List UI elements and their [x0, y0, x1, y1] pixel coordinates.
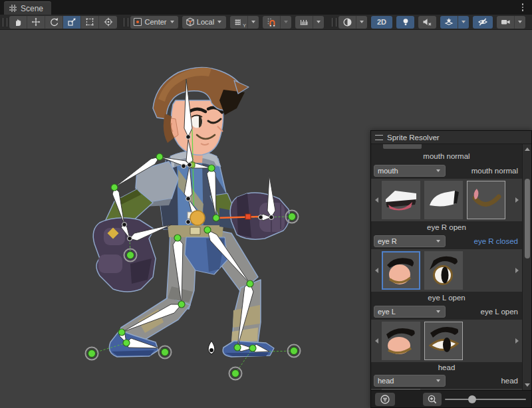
mouth-current-label: mouth normal: [471, 167, 518, 175]
eye-r-open-sprite: [424, 251, 463, 290]
section-header-mouth: mouth normal: [371, 150, 531, 163]
increment-snap-group: [295, 16, 324, 29]
scroll-left-arrow[interactable]: [371, 179, 382, 221]
move-tool-button[interactable]: [27, 16, 45, 29]
shading-mode-button[interactable]: [338, 16, 356, 29]
effects-layers-icon: [444, 17, 454, 27]
rotation-mode-dropdown[interactable]: Local: [182, 16, 226, 29]
pivot-mode-dropdown[interactable]: Center: [130, 16, 178, 29]
effects-group: [440, 16, 469, 29]
scene-visibility-button[interactable]: [473, 16, 493, 29]
increment-snap-button[interactable]: [295, 16, 313, 29]
grid-options-arrow[interactable]: [248, 16, 259, 29]
zoom-button[interactable]: [423, 393, 442, 406]
pivot-caret-icon: [170, 21, 174, 23]
mouth-category-dropdown[interactable]: mouth: [374, 165, 446, 177]
transform-icon: [104, 17, 113, 27]
shading-group: [338, 16, 367, 29]
rotate-tool-button[interactable]: [45, 16, 63, 29]
thumb-eye-r-open[interactable]: [424, 251, 463, 290]
toolbar-drag-handle-2[interactable]: [124, 18, 128, 27]
mode-2d-button[interactable]: 2D: [371, 16, 392, 29]
panel-scrollbar[interactable]: [522, 144, 531, 390]
ik-target: [86, 348, 98, 360]
dropdown-caret-icon: [436, 310, 440, 313]
snap-toggle-button[interactable]: [263, 16, 281, 29]
teardrop-gizmo[interactable]: [208, 341, 215, 354]
section-header-head: head: [371, 362, 531, 373]
ik-target: [159, 346, 172, 359]
clipped-dropdown[interactable]: [383, 144, 422, 149]
rect-tool-button[interactable]: [81, 16, 99, 29]
scene-toolbar: Center Local Y: [0, 15, 532, 30]
scroll-right-arrow[interactable]: [511, 320, 522, 362]
scroll-left-arrow[interactable]: [371, 249, 382, 292]
thumb-mouth-smile[interactable]: [467, 181, 505, 219]
panel-content: mouth normal mouth mouth normal: [371, 144, 531, 390]
snap-group: [263, 16, 291, 29]
scale-icon: [67, 17, 76, 27]
hip-pivot-circle[interactable]: [190, 211, 205, 225]
dropdown-caret-icon: [436, 240, 440, 243]
effects-arrow[interactable]: [458, 16, 469, 29]
rotate-icon: [49, 17, 59, 27]
transform-tool-button[interactable]: [99, 16, 117, 29]
camera-settings-arrow[interactable]: [515, 16, 525, 29]
scrollbar-thumb[interactable]: [525, 179, 530, 258]
eye-r-category-row: eye R eye R closed: [371, 233, 531, 249]
hand-icon: [13, 17, 23, 27]
shading-mode-arrow[interactable]: [356, 16, 367, 29]
view-tool-button[interactable]: [9, 16, 27, 29]
thumb-eye-r-closed[interactable]: [382, 251, 420, 290]
transform-tools-group: [9, 16, 117, 29]
slider-knob[interactable]: [468, 395, 476, 403]
magnifier-plus-icon: [427, 394, 438, 405]
bone-length-handle[interactable]: [245, 214, 251, 219]
mouth-closed-sprite: [424, 181, 463, 219]
thumb-mouth-closed[interactable]: [424, 181, 463, 219]
increment-snap-arrow[interactable]: [313, 16, 324, 29]
dropdown-caret-icon: [436, 379, 440, 382]
eye-l-thumbnail-strip: [371, 320, 531, 362]
eye-r-closed-sprite: [382, 251, 420, 290]
eye-r-current-label[interactable]: eye R closed: [474, 237, 518, 245]
panel-header[interactable]: Sprite Resolver: [371, 131, 531, 144]
eye-l-category-dropdown[interactable]: eye L: [374, 306, 446, 318]
filter-icon: [380, 394, 390, 405]
video-camera-icon: [501, 17, 511, 27]
tab-scene-label: Scene: [21, 4, 43, 13]
rect-icon: [85, 17, 94, 27]
scale-tool-button[interactable]: [63, 16, 81, 29]
pivot-mode-label: Center: [144, 18, 166, 26]
thumb-mouth-open[interactable]: [382, 181, 420, 219]
panel-menu-icon[interactable]: [375, 135, 383, 140]
grid-visibility-button[interactable]: Y: [230, 16, 248, 29]
filter-button[interactable]: [375, 393, 395, 406]
camera-settings-button[interactable]: [497, 16, 515, 29]
scroll-right-arrow[interactable]: [511, 249, 522, 292]
toolbar-drag-handle[interactable]: [3, 18, 7, 27]
scroll-right-arrow[interactable]: [511, 179, 522, 221]
audio-mute-button[interactable]: [418, 16, 436, 29]
scrollbar-down-arrow[interactable]: [525, 383, 530, 387]
tab-scene[interactable]: Scene: [4, 1, 51, 15]
character-head: [153, 67, 249, 163]
thumbnail-zoom-slider[interactable]: [445, 399, 526, 400]
section-header-eye-r: eye R open: [371, 221, 531, 233]
eye-l-category-row: eye L eye L open: [371, 304, 531, 320]
panel-footer: [371, 390, 531, 407]
thumb-eye-l-closed[interactable]: [382, 322, 420, 360]
rotation-mode-label: Local: [197, 18, 214, 26]
eye-r-category-dropdown[interactable]: eye R: [374, 235, 446, 247]
effects-button[interactable]: [440, 16, 458, 29]
eye-r-thumbnail-strip: [371, 249, 531, 292]
snap-options-arrow[interactable]: [281, 16, 291, 29]
camera-group: [497, 16, 525, 29]
scene-lighting-button[interactable]: [396, 16, 414, 29]
scroll-left-arrow[interactable]: [371, 320, 382, 362]
scrollbar-up-arrow[interactable]: [525, 148, 530, 151]
thumb-eye-l-open[interactable]: [424, 322, 463, 360]
head-category-dropdown[interactable]: head: [374, 375, 446, 387]
window-menu-kebab-icon[interactable]: [519, 2, 527, 13]
pivot-center-icon: [133, 17, 142, 27]
